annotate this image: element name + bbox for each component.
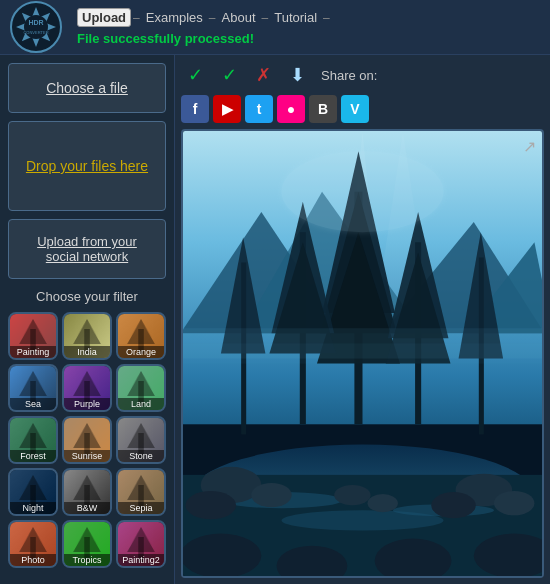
filter-item-forest[interactable]: Forest	[8, 416, 58, 464]
social-twitter-button[interactable]: t	[245, 95, 273, 123]
nav-about[interactable]: About	[218, 9, 260, 26]
filter-label: Land	[118, 398, 164, 410]
hdr-image	[183, 131, 542, 576]
choose-file-button[interactable]: Choose a file	[8, 63, 166, 113]
filter-grid: PaintingIndiaOrangeSeaPurpleLandForestSu…	[8, 312, 166, 568]
social-buttons: f▶t●BV	[181, 95, 369, 123]
filter-item-purple[interactable]: Purple	[62, 364, 112, 412]
svg-point-30	[431, 492, 476, 518]
svg-point-29	[494, 491, 534, 515]
nav-sep-1: –	[133, 11, 140, 25]
filter-label: Night	[10, 502, 56, 514]
share-label: Share on:	[321, 68, 377, 83]
filter-label: Forest	[10, 450, 56, 462]
filter-item-india[interactable]: India	[62, 312, 112, 360]
filter-section-title: Choose your filter	[8, 289, 166, 304]
svg-point-27	[186, 491, 237, 519]
filter-item-sea[interactable]: Sea	[8, 364, 58, 412]
filter-item-orange[interactable]: Orange	[116, 312, 166, 360]
filter-label: Painting2	[118, 554, 164, 566]
main-content: Choose a file Drop your files here Uploa…	[0, 55, 550, 584]
filter-label: Painting	[10, 346, 56, 358]
nav-sep-2: –	[209, 11, 216, 25]
filter-item-sunrise[interactable]: Sunrise	[62, 416, 112, 464]
nav-sep-4: –	[323, 11, 330, 25]
svg-point-32	[368, 494, 398, 512]
social-vimeo-button[interactable]: V	[341, 95, 369, 123]
svg-text:CONVERTER: CONVERTER	[23, 30, 48, 35]
left-panel: Choose a file Drop your files here Uploa…	[0, 55, 175, 584]
filter-label: Tropics	[64, 554, 110, 566]
filter-item-photo[interactable]: Photo	[8, 520, 58, 568]
svg-point-53	[282, 151, 444, 232]
expand-icon[interactable]: ↗	[523, 137, 536, 156]
filter-label: Orange	[118, 346, 164, 358]
nav-upload[interactable]: Upload	[77, 8, 131, 27]
app-logo: HDR CONVERTER	[10, 1, 62, 53]
drop-zone[interactable]: Drop your files here	[8, 121, 166, 211]
nav-tutorial[interactable]: Tutorial	[270, 9, 321, 26]
filter-label: Photo	[10, 554, 56, 566]
filter-label: Purple	[64, 398, 110, 410]
accept-button-1[interactable]: ✓	[181, 61, 209, 89]
toolbar: ✓ ✓ ✗ ⬇ Share on: f▶t●BV	[181, 61, 544, 123]
filter-item-stone[interactable]: Stone	[116, 416, 166, 464]
reject-button[interactable]: ✗	[249, 61, 277, 89]
svg-text:HDR: HDR	[28, 19, 43, 26]
svg-point-24	[282, 510, 444, 530]
nav-sep-3: –	[262, 11, 269, 25]
header: HDR CONVERTER Upload – Examples – About …	[0, 0, 550, 55]
filter-item-tropics[interactable]: Tropics	[62, 520, 112, 568]
download-button[interactable]: ⬇	[283, 61, 311, 89]
nav-bar: Upload – Examples – About – Tutorial –	[77, 8, 330, 27]
svg-point-26	[251, 483, 291, 507]
right-panel: ✓ ✓ ✗ ⬇ Share on: f▶t●BV	[175, 55, 550, 584]
nav-examples[interactable]: Examples	[142, 9, 207, 26]
accept-button-2[interactable]: ✓	[215, 61, 243, 89]
success-message: File successfully processed!	[77, 31, 330, 46]
filter-label: Sunrise	[64, 450, 110, 462]
svg-rect-52	[183, 343, 542, 363]
filter-label: Sepia	[118, 502, 164, 514]
filter-label: B&W	[64, 502, 110, 514]
header-right: Upload – Examples – About – Tutorial – F…	[77, 8, 330, 46]
filter-label: India	[64, 346, 110, 358]
svg-point-31	[334, 485, 370, 505]
social-blogger-button[interactable]: B	[309, 95, 337, 123]
image-container: ↗	[181, 129, 544, 578]
drop-zone-label: Drop your files here	[26, 158, 148, 174]
filter-item-b&w[interactable]: B&W	[62, 468, 112, 516]
upload-social-button[interactable]: Upload from your social network	[8, 219, 166, 279]
filter-label: Stone	[118, 450, 164, 462]
filter-item-land[interactable]: Land	[116, 364, 166, 412]
filter-item-painting[interactable]: Painting	[8, 312, 58, 360]
filter-item-sepia[interactable]: Sepia	[116, 468, 166, 516]
filter-item-painting2[interactable]: Painting2	[116, 520, 166, 568]
social-facebook-button[interactable]: f	[181, 95, 209, 123]
social-flickr-button[interactable]: ●	[277, 95, 305, 123]
filter-label: Sea	[10, 398, 56, 410]
filter-item-night[interactable]: Night	[8, 468, 58, 516]
social-youtube-button[interactable]: ▶	[213, 95, 241, 123]
